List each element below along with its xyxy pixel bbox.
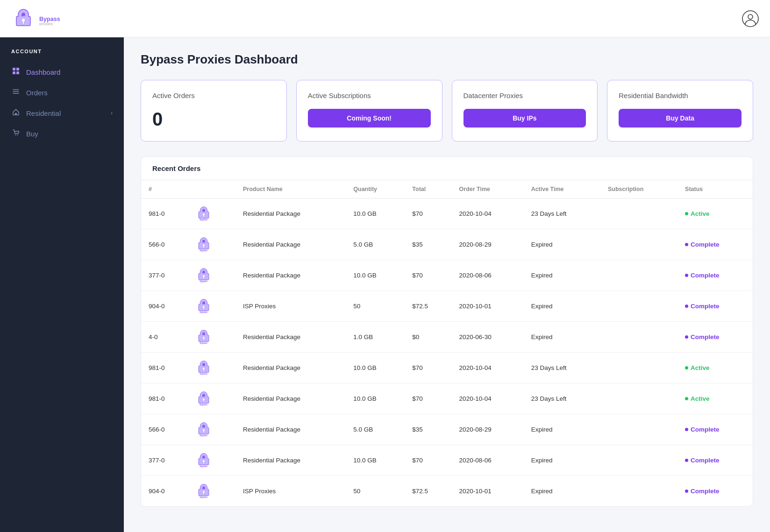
residential-chevron-icon: ›	[111, 110, 113, 116]
order-logo-cell: bypass	[188, 383, 235, 414]
page-title: Bypass Proxies Dashboard	[141, 52, 753, 67]
table-row: 566-0 bypass Residential Package 5.0 GB …	[141, 229, 753, 260]
order-quantity: 50	[346, 476, 405, 507]
order-logo-cell: bypass	[188, 229, 235, 260]
order-quantity: 5.0 GB	[346, 414, 405, 445]
order-total: $35	[405, 414, 451, 445]
order-status: Active	[677, 199, 753, 229]
order-product: Residential Package	[235, 260, 346, 291]
order-logo-cell: bypass	[188, 353, 235, 383]
status-dot	[685, 212, 688, 215]
order-total: $35	[405, 229, 451, 260]
order-id: 904-0	[141, 291, 188, 322]
order-product: Residential Package	[235, 229, 346, 260]
table-row: 981-0 bypass Residential Package 10.0 GB…	[141, 199, 753, 229]
order-quantity: 1.0 GB	[346, 322, 405, 353]
order-product: Residential Package	[235, 322, 346, 353]
dashboard-icon	[11, 67, 21, 77]
order-product: Residential Package	[235, 414, 346, 445]
status-dot	[685, 459, 688, 462]
status-dot	[685, 428, 688, 431]
order-logo-icon: bypass	[196, 452, 212, 468]
buy-data-button[interactable]: Buy Data	[619, 109, 741, 128]
order-logo-icon: bypass	[196, 421, 212, 437]
buy-ips-button[interactable]: Buy IPs	[463, 109, 586, 128]
status-badge: Active	[685, 395, 745, 402]
status-dot	[685, 366, 688, 369]
svg-text:bypass: bypass	[200, 496, 208, 498]
order-quantity: 10.0 GB	[346, 383, 405, 414]
sidebar-item-dashboard-label: Dashboard	[26, 68, 60, 76]
order-active-time: Expired	[524, 291, 600, 322]
order-quantity: 10.0 GB	[346, 199, 405, 229]
order-active-time: Expired	[524, 414, 600, 445]
order-quantity: 10.0 GB	[346, 353, 405, 383]
order-active-time: Expired	[524, 445, 600, 476]
order-total: $70	[405, 199, 451, 229]
svg-text:bypass: bypass	[200, 434, 208, 437]
status-badge: Complete	[685, 303, 745, 310]
order-total: $70	[405, 353, 451, 383]
status-badge: Complete	[685, 241, 745, 248]
table-row: 4-0 bypass Residential Package 1.0 GB $0…	[141, 322, 753, 353]
order-time: 2020-10-01	[452, 291, 524, 322]
order-total: $0	[405, 322, 451, 353]
order-status: Active	[677, 353, 753, 383]
table-header: # Product Name Quantity Total Order Time…	[141, 180, 753, 199]
status-badge: Active	[685, 364, 745, 371]
order-time: 2020-06-30	[452, 322, 524, 353]
status-dot	[685, 489, 688, 493]
order-logo-icon: bypass	[196, 328, 212, 344]
order-subscription	[600, 476, 677, 507]
order-subscription	[600, 291, 677, 322]
order-id: 377-0	[141, 445, 188, 476]
table-row: 566-0 bypass Residential Package 5.0 GB …	[141, 414, 753, 445]
status-badge: Complete	[685, 426, 745, 433]
active-orders-title: Active Orders	[152, 92, 275, 99]
order-quantity: 10.0 GB	[346, 260, 405, 291]
order-logo-cell: bypass	[188, 260, 235, 291]
order-logo-icon: bypass	[196, 390, 212, 406]
order-status: Active	[677, 383, 753, 414]
order-product: Residential Package	[235, 445, 346, 476]
order-active-time: Expired	[524, 322, 600, 353]
order-total: $70	[405, 260, 451, 291]
sidebar-item-buy[interactable]: Buy	[0, 123, 124, 144]
col-order-time: Order Time	[452, 180, 524, 199]
table-row: 904-0 bypass ISP Proxies 50 $72.5 2020-1…	[141, 291, 753, 322]
order-active-time: Expired	[524, 476, 600, 507]
svg-text:proxies: proxies	[39, 21, 53, 25]
table-row: 981-0 bypass Residential Package 10.0 GB…	[141, 353, 753, 383]
active-subscriptions-title: Active Subscriptions	[308, 92, 431, 99]
svg-text:bypass: bypass	[200, 280, 208, 283]
svg-rect-9	[13, 71, 15, 74]
order-logo-cell: bypass	[188, 414, 235, 445]
order-time: 2020-08-06	[452, 445, 524, 476]
svg-point-15	[15, 135, 16, 135]
stat-card-datacenter-proxies: Datacenter Proxies Buy IPs	[452, 80, 598, 142]
sidebar-item-dashboard[interactable]: Dashboard	[0, 62, 124, 82]
sidebar-item-orders[interactable]: Orders	[0, 82, 124, 103]
logo-area: Bypass proxies	[11, 7, 81, 31]
order-time: 2020-10-04	[452, 353, 524, 383]
order-logo-cell: bypass	[188, 476, 235, 507]
sidebar-item-buy-label: Buy	[26, 130, 38, 138]
svg-rect-14	[15, 113, 17, 115]
order-id: 981-0	[141, 353, 188, 383]
table-row: 377-0 bypass Residential Package 10.0 GB…	[141, 445, 753, 476]
stat-card-residential-bandwidth: Residential Bandwidth Buy Data	[607, 80, 753, 142]
svg-text:bypass: bypass	[200, 249, 208, 252]
svg-text:bypass: bypass	[200, 219, 208, 221]
order-id: 4-0	[141, 322, 188, 353]
sidebar-item-residential[interactable]: Residential ›	[0, 103, 124, 123]
stats-grid: Active Orders 0 Active Subscriptions Com…	[141, 80, 753, 142]
status-dot	[685, 305, 688, 308]
order-status: Complete	[677, 414, 753, 445]
coming-soon-button[interactable]: Coming Soon!	[308, 109, 431, 128]
residential-icon	[11, 108, 21, 118]
order-subscription	[600, 414, 677, 445]
order-subscription	[600, 199, 677, 229]
status-badge: Complete	[685, 457, 745, 464]
user-account-icon[interactable]	[742, 10, 759, 27]
svg-point-5	[742, 11, 758, 27]
